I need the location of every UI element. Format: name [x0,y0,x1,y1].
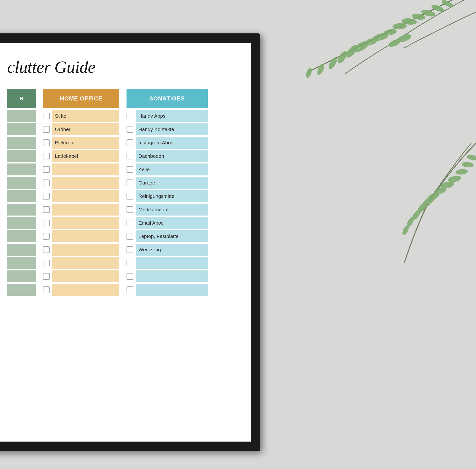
label-empty-10 [52,230,119,242]
label-garage: Garage [136,177,208,189]
left-row-5 [7,164,36,175]
left-row-11 [7,244,36,256]
left-row-13 [7,270,36,282]
label-empty-6 [52,177,119,189]
checkbox-5[interactable] [43,166,50,173]
column-sonstiges: SONSTIGES Handy Apps Handy Kontakte [127,89,208,297]
checkbox-9[interactable] [43,219,50,226]
label-dachboden: Dachboden [136,150,208,162]
label-instagram-abos: Instagram Abos [136,137,208,149]
home-office-row-3: Elektronik [43,137,119,149]
checkbox-13[interactable] [43,273,50,280]
sonstiges-row-2: Handy Kontakte [127,123,208,135]
checkbox-ladekabel[interactable] [43,153,50,159]
checkbox-ordner[interactable] [43,126,50,133]
label-stifte: Stifte [52,110,119,122]
checkbox-handy-kontakte[interactable] [127,126,133,133]
left-row-6 [7,177,36,189]
sonstiges-row-9: Email Abos [127,217,208,229]
checkbox-11[interactable] [43,246,50,253]
checkbox-6[interactable] [43,180,50,186]
home-office-row-11 [43,244,119,256]
label-ladekabel: Ladekabel [52,150,119,162]
frame-inner: clutter Guide R [0,43,251,442]
checkbox-12[interactable] [43,260,50,266]
home-office-row-10 [43,230,119,242]
left-row-1 [7,110,36,122]
checkbox-s13[interactable] [127,273,133,280]
sonstiges-row-6: Garage [127,177,208,189]
column-home-office: HOME OFFICE Stifte Ordner [43,89,119,297]
sonstiges-row-10: Laptop, Festplatte [127,230,208,242]
checkbox-s14[interactable] [127,286,133,293]
label-werkzeug: Werkzeug [136,244,208,256]
left-row-7 [7,190,36,202]
left-row-3 [7,137,36,149]
checkbox-keller[interactable] [127,166,133,173]
checkbox-s12[interactable] [127,260,133,266]
label-email-abos: Email Abos [136,217,208,229]
left-row-2 [7,123,36,135]
checkbox-7[interactable] [43,193,50,200]
checkbox-stifte[interactable] [43,113,50,119]
home-office-row-4: Ladekabel [43,150,119,162]
label-empty-s13 [136,270,208,282]
left-row-10 [7,230,36,242]
label-laptop-festplatte: Laptop, Festplatte [136,230,208,242]
label-empty-14 [52,284,119,296]
checkbox-laptop-festplatte[interactable] [127,233,133,240]
checkbox-garage[interactable] [127,180,133,186]
home-office-row-12 [43,257,119,269]
checkbox-werkzeug[interactable] [127,246,133,253]
home-office-row-8 [43,204,119,216]
home-office-row-6 [43,177,119,189]
checkbox-reinigungsmittel[interactable] [127,193,133,200]
label-empty-s12 [136,257,208,269]
sonstiges-row-1: Handy Apps [127,110,208,122]
sonstiges-row-12 [127,257,208,269]
left-row-4 [7,150,36,162]
sonstiges-row-4: Dachboden [127,150,208,162]
left-row-9 [7,217,36,229]
checkbox-8[interactable] [43,206,50,213]
label-empty-8 [52,204,119,216]
left-row-14 [7,284,36,296]
picture-frame: clutter Guide R [0,34,260,451]
checkbox-handy-apps[interactable] [127,113,133,119]
label-handy-apps: Handy Apps [136,110,208,122]
sonstiges-row-5: Keller [127,164,208,175]
label-ordner: Ordner [52,123,119,135]
checkbox-elektronik[interactable] [43,139,50,146]
home-office-row-2: Ordner [43,123,119,135]
home-office-row-5 [43,164,119,175]
sonstiges-row-8: Medikamente [127,204,208,216]
sonstiges-row-14 [127,284,208,296]
sonstiges-row-11: Werkzeug [127,244,208,256]
label-medikamente: Medikamente [136,204,208,216]
home-office-row-9 [43,217,119,229]
label-empty-13 [52,270,119,282]
label-keller: Keller [136,164,208,175]
checkbox-dachboden[interactable] [127,153,133,159]
checkbox-medikamente[interactable] [127,206,133,213]
label-empty-5 [52,164,119,175]
label-empty-s14 [136,284,208,296]
checkbox-email-abos[interactable] [127,219,133,226]
column-left: R [7,89,36,297]
columns-wrapper: R [7,89,239,297]
label-empty-7 [52,190,119,202]
sonstiges-header: SONSTIGES [127,89,208,108]
checkbox-10[interactable] [43,233,50,240]
home-office-header: HOME OFFICE [43,89,119,108]
label-empty-11 [52,244,119,256]
label-reinigungsmittel: Reinigungsmittel [136,190,208,202]
checkbox-14[interactable] [43,286,50,293]
home-office-row-13 [43,270,119,282]
left-row-12 [7,257,36,269]
sonstiges-row-13 [127,270,208,282]
home-office-row-7 [43,190,119,202]
checkbox-instagram-abos[interactable] [127,139,133,146]
label-empty-12 [52,257,119,269]
page-title: clutter Guide [7,57,239,77]
label-elektronik: Elektronik [52,137,119,149]
